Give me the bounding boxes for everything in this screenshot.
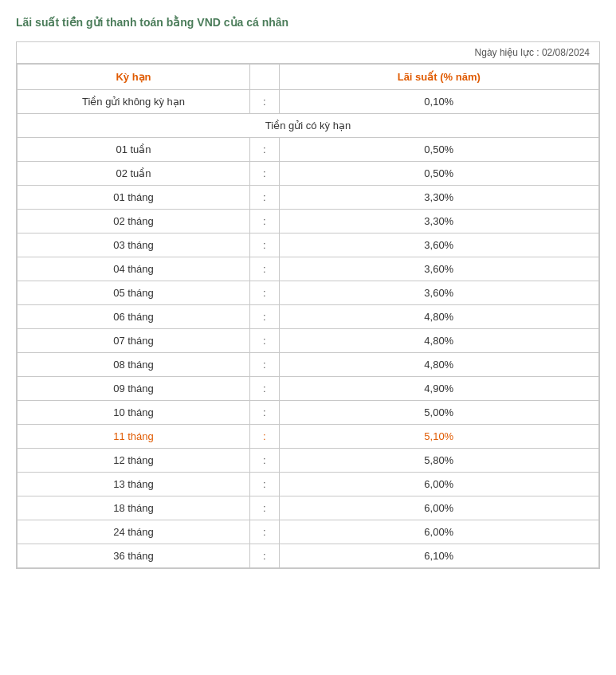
effective-date-label: Ngày hiệu lực: [475, 47, 534, 58]
table-row: 11 tháng:5,10%: [18, 425, 599, 449]
cell-separator: :: [250, 473, 280, 496]
cell-rate: 0,10%: [279, 90, 599, 114]
table-row: 05 tháng:3,60%: [18, 281, 599, 305]
table-row: 06 tháng:4,80%: [18, 305, 599, 329]
cell-rate: 0,50%: [279, 138, 599, 162]
cell-separator: :: [250, 162, 280, 186]
table-row: Tiền gửi không kỳ hạn:0,10%: [18, 90, 599, 114]
table-row: 01 tháng:3,30%: [18, 186, 599, 210]
table-row: 07 tháng:4,80%: [18, 329, 599, 353]
header-term: Kỳ hạn: [18, 65, 250, 90]
cell-rate: 5,00%: [279, 401, 599, 425]
cell-rate: 6,10%: [279, 544, 599, 568]
effective-date-value: 02/08/2024: [542, 47, 590, 58]
cell-separator: :: [250, 234, 280, 257]
table-row: 24 tháng:6,00%: [18, 520, 599, 544]
table-row: 02 tuần:0,50%: [18, 162, 599, 186]
table-row: 03 tháng:3,60%: [18, 234, 599, 257]
cell-term: 13 tháng: [18, 473, 250, 496]
cell-term: 12 tháng: [18, 449, 250, 473]
table-row: 01 tuần:0,50%: [18, 138, 599, 162]
cell-term: 05 tháng: [18, 281, 250, 305]
cell-rate: 3,60%: [279, 281, 599, 305]
cell-rate: 0,50%: [279, 162, 599, 186]
cell-separator: :: [250, 329, 280, 353]
cell-term: Tiền gửi không kỳ hạn: [18, 90, 250, 114]
cell-term: 06 tháng: [18, 305, 250, 329]
cell-term: 18 tháng: [18, 496, 250, 520]
cell-rate: 3,30%: [279, 186, 599, 210]
table-row: 09 tháng:4,90%: [18, 377, 599, 401]
table-row: 18 tháng:6,00%: [18, 496, 599, 520]
cell-term: 07 tháng: [18, 329, 250, 353]
cell-rate: 3,60%: [279, 234, 599, 257]
cell-rate: 4,80%: [279, 329, 599, 353]
cell-term: 24 tháng: [18, 520, 250, 544]
effective-date-row: Ngày hiệu lực : 02/08/2024: [17, 42, 599, 64]
cell-term: 01 tháng: [18, 186, 250, 210]
cell-term: 09 tháng: [18, 377, 250, 401]
cell-term: 10 tháng: [18, 401, 250, 425]
cell-rate: 6,00%: [279, 496, 599, 520]
cell-term: 11 tháng: [18, 425, 250, 449]
cell-rate: 5,80%: [279, 449, 599, 473]
page-title: Lãi suất tiền gửi thanh toán bằng VND củ…: [16, 16, 600, 29]
cell-separator: :: [250, 520, 280, 544]
cell-term: 01 tuần: [18, 138, 250, 162]
cell-rate: 3,60%: [279, 257, 599, 281]
cell-rate: 3,30%: [279, 210, 599, 234]
section-label: Tiền gửi có kỳ hạn: [18, 114, 599, 138]
cell-separator: :: [250, 544, 280, 568]
cell-rate: 6,00%: [279, 520, 599, 544]
table-container: Ngày hiệu lực : 02/08/2024 Kỳ hạn Lãi su…: [16, 41, 600, 569]
table-row: 13 tháng:6,00%: [18, 473, 599, 496]
cell-separator: :: [250, 377, 280, 401]
cell-separator: :: [250, 401, 280, 425]
header-sep: [250, 65, 280, 90]
cell-rate: 4,80%: [279, 305, 599, 329]
cell-separator: :: [250, 210, 280, 234]
table-header-row: Kỳ hạn Lãi suất (% năm): [18, 65, 599, 90]
cell-separator: :: [250, 138, 280, 162]
cell-term: 36 tháng: [18, 544, 250, 568]
cell-separator: :: [250, 496, 280, 520]
cell-separator: :: [250, 186, 280, 210]
header-rate: Lãi suất (% năm): [279, 65, 599, 90]
cell-term: 02 tuần: [18, 162, 250, 186]
cell-term: 08 tháng: [18, 353, 250, 377]
effective-date-separator: :: [534, 47, 542, 58]
table-row: 10 tháng:5,00%: [18, 401, 599, 425]
cell-rate: 6,00%: [279, 473, 599, 496]
cell-rate: 4,80%: [279, 353, 599, 377]
interest-rate-table: Kỳ hạn Lãi suất (% năm) Tiền gửi không k…: [17, 64, 599, 568]
cell-separator: :: [250, 449, 280, 473]
table-row: Tiền gửi có kỳ hạn: [18, 114, 599, 138]
cell-term: 02 tháng: [18, 210, 250, 234]
cell-term: 04 tháng: [18, 257, 250, 281]
table-row: 08 tháng:4,80%: [18, 353, 599, 377]
cell-separator: :: [250, 305, 280, 329]
cell-rate: 5,10%: [279, 425, 599, 449]
cell-term: 03 tháng: [18, 234, 250, 257]
table-row: 02 tháng:3,30%: [18, 210, 599, 234]
cell-separator: :: [250, 257, 280, 281]
table-row: 04 tháng:3,60%: [18, 257, 599, 281]
cell-separator: :: [250, 425, 280, 449]
cell-separator: :: [250, 353, 280, 377]
cell-rate: 4,90%: [279, 377, 599, 401]
cell-separator: :: [250, 90, 280, 114]
table-row: 36 tháng:6,10%: [18, 544, 599, 568]
cell-separator: :: [250, 281, 280, 305]
table-row: 12 tháng:5,80%: [18, 449, 599, 473]
